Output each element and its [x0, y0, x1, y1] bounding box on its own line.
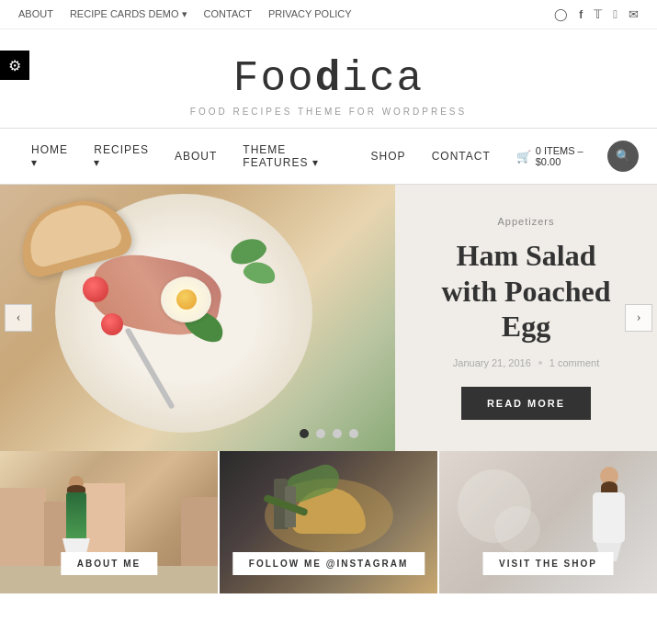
hero-category: Appetizers: [432, 216, 620, 227]
slider-dot-3[interactable]: [333, 429, 342, 438]
hero-slider: Appetizers Ham Salad with Poached Egg Ja…: [0, 185, 657, 451]
nav-right: 🔍: [607, 141, 639, 172]
hero-title: Ham Salad with Poached Egg: [432, 238, 620, 344]
instagram-icon[interactable]: ◯: [554, 7, 568, 21]
topbar-privacy[interactable]: PRIVACY POLICY: [268, 8, 352, 20]
egg-yolk: [176, 289, 197, 310]
figure-body: [66, 492, 86, 538]
woman-figure: [593, 467, 625, 561]
search-button[interactable]: 🔍: [607, 141, 639, 172]
bottom-panels: ABOUT ME FOLLOW ME @INSTAGRAM: [0, 451, 657, 593]
about-me-panel[interactable]: ABOUT ME: [0, 451, 218, 593]
nav-about[interactable]: ABOUT: [162, 135, 230, 177]
panel-2-label: FOLLOW ME @INSTAGRAM: [232, 552, 425, 575]
tomato-1: [83, 277, 108, 302]
twitter-icon[interactable]: 𝕋: [594, 7, 602, 21]
panel-3-label: VISIT THE SHOP: [482, 552, 614, 575]
panel-1-label: ABOUT ME: [61, 552, 157, 575]
slider-dot-4[interactable]: [349, 429, 358, 438]
nav-shop[interactable]: SHOP: [358, 135, 419, 177]
nav-cart[interactable]: 🛒 0 ITEMS – $0.00: [504, 130, 607, 182]
deco-circle-2: [494, 506, 540, 552]
w3-hair: [601, 481, 617, 492]
building-1: [0, 488, 46, 566]
hero-date: January 21, 2016: [453, 357, 531, 368]
cart-icon: 🛒: [516, 150, 531, 164]
nav-items: HOME RECIPES ABOUT THEME FEATURES SHOP C…: [18, 129, 607, 184]
tomato-2: [101, 313, 123, 335]
nav-home[interactable]: HOME: [18, 129, 81, 184]
nav-recipes[interactable]: RECIPES: [81, 129, 162, 184]
shop-panel[interactable]: VISIT THE SHOP: [437, 451, 657, 593]
hero-content: Appetizers Ham Salad with Poached Egg Ja…: [395, 188, 657, 446]
email-icon[interactable]: ✉: [629, 7, 639, 21]
figure-hair: [67, 485, 85, 492]
hero-comments: 1 comment: [549, 357, 599, 368]
nav-contact[interactable]: CONTACT: [419, 135, 504, 177]
w3-torso: [593, 492, 625, 543]
site-tagline: FOOD RECIPES THEME FOR WORDPRESS: [18, 107, 639, 117]
arrow-right-icon: ›: [637, 311, 641, 325]
cart-label: 0 ITEMS – $0.00: [536, 145, 595, 167]
topbar-contact[interactable]: CONTACT: [204, 8, 252, 20]
slider-dot-2[interactable]: [316, 429, 325, 438]
egg: [161, 277, 211, 322]
settings-button[interactable]: ⚙: [0, 51, 29, 80]
search-icon: 🔍: [616, 149, 630, 164]
arrow-left-icon: ‹: [17, 311, 21, 325]
meta-dot: [538, 361, 542, 365]
slider-dots: [300, 429, 358, 438]
building-5: [181, 497, 218, 566]
hero-meta: January 21, 2016 1 comment: [432, 357, 620, 368]
nav-theme-features[interactable]: THEME FEATURES: [230, 129, 357, 184]
hero-image: [0, 185, 395, 451]
bread-inner: [22, 197, 124, 269]
slider-next-button[interactable]: ›: [625, 304, 652, 332]
topbar-about[interactable]: ABOUT: [18, 8, 53, 20]
site-title: Foodica: [18, 55, 639, 103]
instagram-panel[interactable]: FOLLOW ME @INSTAGRAM: [218, 451, 437, 593]
topbar-recipe-cards[interactable]: RECIPE CARDS DEMO: [70, 8, 187, 20]
slider-prev-button[interactable]: ‹: [5, 304, 32, 332]
slider-dot-1[interactable]: [300, 429, 309, 438]
pinterest-icon[interactable]: 𝕑: [613, 7, 617, 21]
facebook-icon[interactable]: f: [579, 8, 583, 21]
main-nav: HOME RECIPES ABOUT THEME FEATURES SHOP C…: [0, 128, 657, 185]
top-bar-social: ◯ f 𝕋 𝕑 ✉: [554, 7, 639, 21]
top-bar-links: ABOUT RECIPE CARDS DEMO CONTACT PRIVACY …: [18, 8, 352, 20]
person-figure: [62, 476, 90, 561]
read-more-button[interactable]: READ MORE: [461, 387, 591, 420]
site-header: Foodica FOOD RECIPES THEME FOR WORDPRESS: [0, 29, 657, 128]
gear-icon: ⚙: [8, 57, 21, 74]
top-bar: ABOUT RECIPE CARDS DEMO CONTACT PRIVACY …: [0, 0, 657, 29]
